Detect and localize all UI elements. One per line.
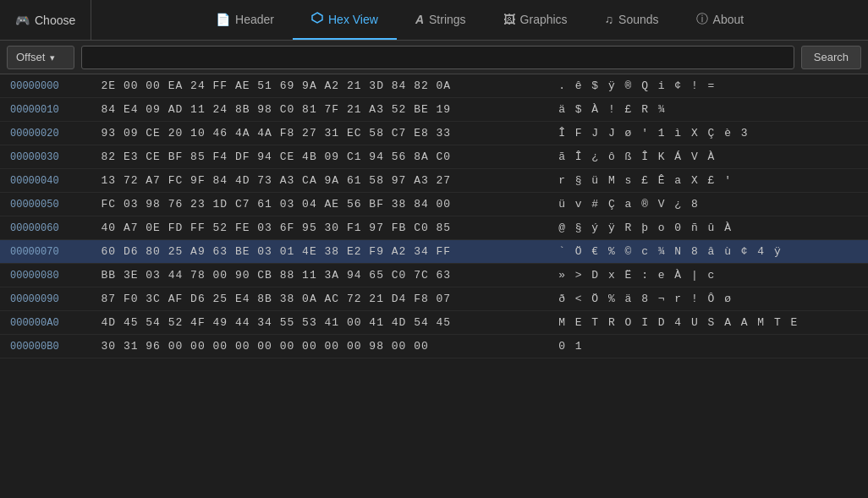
offset-cell: 00000050 bbox=[0, 193, 94, 216]
table-row: 0000009087 F0 3C AF D6 25 E4 8B 38 0A AC… bbox=[0, 287, 868, 311]
hex-bytes-cell: 40 A7 0E FD FF 52 FE 03 6F 95 30 F1 97 F… bbox=[94, 216, 545, 240]
top-nav: Choose 📄HeaderHex ViewAStrings🖼Graphics♫… bbox=[0, 0, 868, 41]
hex-bytes-cell: 2E 00 00 EA 24 FF AE 51 69 9A A2 21 3D 8… bbox=[94, 74, 545, 98]
sounds-icon: ♫ bbox=[605, 13, 614, 26]
choose-button[interactable]: Choose bbox=[0, 0, 91, 40]
tab-label-hexview: Hex View bbox=[328, 13, 378, 26]
offset-cell: 00000010 bbox=[0, 98, 94, 122]
gamepad-icon bbox=[15, 14, 30, 27]
tab-hexview[interactable]: Hex View bbox=[293, 0, 397, 40]
ascii-cell: 0 1 bbox=[545, 335, 868, 358]
hex-icon bbox=[311, 12, 323, 26]
tab-strings[interactable]: AStrings bbox=[397, 0, 485, 40]
ascii-cell: ü v # Ç a ® V ¿ 8 bbox=[545, 193, 868, 216]
ascii-cell: ä $ À ! £ R ¾ bbox=[545, 98, 868, 122]
svg-marker-0 bbox=[312, 13, 322, 23]
hex-bytes-cell: 4D 45 54 52 4F 49 44 34 55 53 41 00 41 4… bbox=[94, 311, 545, 335]
table-row: 0000003082 E3 CE BF 85 F4 DF 94 CE 4B 09… bbox=[0, 145, 868, 169]
hex-bytes-cell: 87 F0 3C AF D6 25 E4 8B 38 0A AC 72 21 D… bbox=[94, 287, 545, 311]
ascii-cell: M E T R O I D 4 U S A A M T E bbox=[545, 311, 868, 335]
info-icon: ⓘ bbox=[696, 12, 708, 27]
offset-cell: 00000030 bbox=[0, 145, 94, 169]
tab-label-header: Header bbox=[235, 13, 274, 26]
nav-tabs: 📄HeaderHex ViewAStrings🖼Graphics♫Soundsⓘ… bbox=[91, 0, 868, 40]
table-row: 0000004013 72 A7 FC 9F 84 4D 73 A3 CA 9A… bbox=[0, 169, 868, 193]
hex-table: 000000002E 00 00 EA 24 FF AE 51 69 9A A2… bbox=[0, 74, 868, 358]
ascii-cell: Î F J J ø ' 1 ì X Ç è 3 bbox=[545, 122, 868, 145]
hex-view: 000000002E 00 00 EA 24 FF AE 51 69 9A A2… bbox=[0, 74, 868, 498]
hex-bytes-cell: 30 31 96 00 00 00 00 00 00 00 00 00 98 0… bbox=[94, 335, 545, 358]
offset-cell: 00000090 bbox=[0, 287, 94, 311]
offset-cell: 000000A0 bbox=[0, 311, 94, 335]
tab-label-strings: Strings bbox=[429, 13, 466, 26]
hex-bytes-cell: 93 09 CE 20 10 46 4A 4A F8 27 31 EC 58 C… bbox=[94, 122, 545, 145]
ascii-cell: ð < Ö % ä 8 ¬ r ! Ô ø bbox=[545, 287, 868, 311]
offset-cell: 000000B0 bbox=[0, 335, 94, 358]
ascii-cell: » > D x Ë : e À | c bbox=[545, 264, 868, 287]
offset-cell: 00000070 bbox=[0, 240, 94, 264]
file-icon: 📄 bbox=[216, 13, 230, 26]
choose-label: Choose bbox=[35, 14, 75, 27]
ascii-cell: ã Î ¿ ô ß Î K Á V À bbox=[545, 145, 868, 169]
hex-bytes-cell: 82 E3 CE BF 85 F4 DF 94 CE 4B 09 C1 94 5… bbox=[94, 145, 545, 169]
tab-about[interactable]: ⓘAbout bbox=[678, 0, 763, 40]
graphics-icon: 🖼 bbox=[503, 13, 515, 26]
offset-cell: 00000060 bbox=[0, 216, 94, 240]
hex-bytes-cell: 84 E4 09 AD 11 24 8B 98 C0 81 7F 21 A3 5… bbox=[94, 98, 545, 122]
table-row: 0000001084 E4 09 AD 11 24 8B 98 C0 81 7F… bbox=[0, 98, 868, 122]
table-row: 0000007060 D6 80 25 A9 63 BE 03 01 4E 38… bbox=[0, 240, 868, 264]
hex-bytes-cell: 13 72 A7 FC 9F 84 4D 73 A3 CA 9A 61 58 9… bbox=[94, 169, 545, 193]
tab-label-graphics: Graphics bbox=[520, 13, 568, 26]
chevron-down-icon bbox=[50, 51, 55, 63]
offset-dropdown[interactable]: Offset bbox=[7, 46, 74, 69]
table-row: 0000006040 A7 0E FD FF 52 FE 03 6F 95 30… bbox=[0, 216, 868, 240]
ascii-cell: r § ü M s £ Ê a X £ ' bbox=[545, 169, 868, 193]
search-button[interactable]: Search bbox=[801, 46, 861, 69]
table-row: 000000002E 00 00 EA 24 FF AE 51 69 9A A2… bbox=[0, 74, 868, 98]
hex-bytes-cell: FC 03 98 76 23 1D C7 61 03 04 AE 56 BF 3… bbox=[94, 193, 545, 216]
offset-cell: 00000020 bbox=[0, 122, 94, 145]
ascii-cell: ` Ö € % © c ¾ N 8 â ù ¢ 4 ÿ bbox=[545, 240, 868, 264]
table-row: 000000B030 31 96 00 00 00 00 00 00 00 00… bbox=[0, 335, 868, 358]
strings-icon: A bbox=[415, 13, 424, 26]
tab-header[interactable]: 📄Header bbox=[197, 0, 293, 40]
table-row: 00000050FC 03 98 76 23 1D C7 61 03 04 AE… bbox=[0, 193, 868, 216]
ascii-cell: @ § ý ÿ R þ o 0 ñ û À bbox=[545, 216, 868, 240]
hex-bytes-cell: 60 D6 80 25 A9 63 BE 03 01 4E 38 E2 F9 A… bbox=[94, 240, 545, 264]
search-bar: Offset Search bbox=[0, 41, 868, 74]
table-row: 000000A04D 45 54 52 4F 49 44 34 55 53 41… bbox=[0, 311, 868, 335]
table-row: 0000002093 09 CE 20 10 46 4A 4A F8 27 31… bbox=[0, 122, 868, 145]
table-row: 00000080BB 3E 03 44 78 00 90 CB 88 11 3A… bbox=[0, 264, 868, 287]
tab-graphics[interactable]: 🖼Graphics bbox=[485, 0, 586, 40]
hex-bytes-cell: BB 3E 03 44 78 00 90 CB 88 11 3A 94 65 C… bbox=[94, 264, 545, 287]
tab-label-sounds: Sounds bbox=[618, 13, 658, 26]
search-input[interactable] bbox=[81, 46, 794, 69]
offset-cell: 00000000 bbox=[0, 74, 94, 98]
offset-cell: 00000040 bbox=[0, 169, 94, 193]
offset-cell: 00000080 bbox=[0, 264, 94, 287]
tab-label-about: About bbox=[713, 13, 744, 26]
offset-label: Offset bbox=[16, 51, 45, 63]
ascii-cell: . ê $ ÿ ® Q i ¢ ! = bbox=[545, 74, 868, 98]
tab-sounds[interactable]: ♫Sounds bbox=[586, 0, 678, 40]
